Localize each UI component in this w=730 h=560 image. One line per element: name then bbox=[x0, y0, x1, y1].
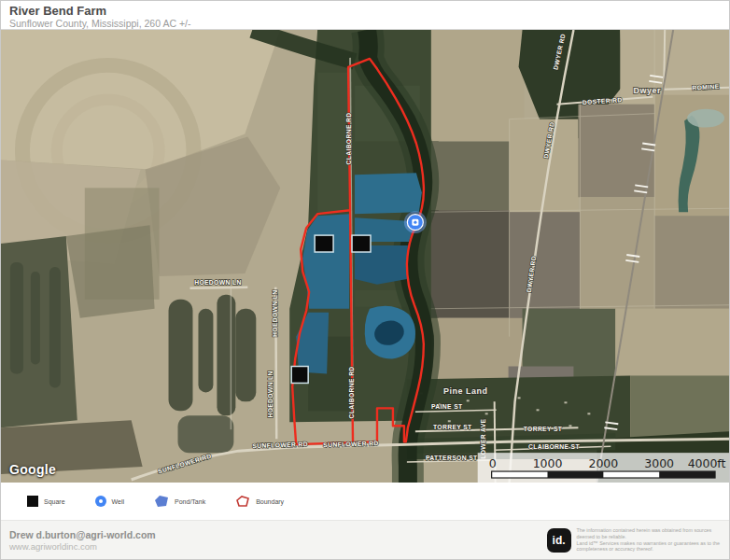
google-logo[interactable]: Google bbox=[9, 462, 56, 477]
legend-item-square: Square bbox=[27, 496, 65, 507]
page-title: River Bend Farm bbox=[9, 4, 729, 18]
attribution-text: The information contained herein was obt… bbox=[577, 527, 720, 552]
legend-item-pond: Pond/Tank bbox=[154, 496, 205, 508]
scale-tick: 1000 bbox=[533, 456, 563, 470]
header: River Bend Farm Sunflower County, Missis… bbox=[1, 1, 729, 29]
land-id-logo: id. bbox=[547, 528, 571, 553]
legend-item-well: Well bbox=[95, 496, 124, 507]
scale-bar: 0 1000 2000 3000 4000ft bbox=[478, 453, 729, 483]
black-square-icon bbox=[27, 496, 38, 507]
road-label: CLAIBORNE ST bbox=[528, 443, 580, 450]
scale-tick: 3000 bbox=[644, 456, 674, 470]
page-subtitle: Sunflower County, Mississippi, 260 AC +/… bbox=[9, 18, 729, 29]
road-label: HOEDOWN LN bbox=[267, 371, 274, 417]
well-circle-icon bbox=[95, 496, 106, 507]
attribution: id. The information contained herein was… bbox=[547, 527, 720, 552]
road-label: PATTERSON ST bbox=[426, 455, 478, 461]
contact-block: Drew d.burton@agri-world.com www.agriwor… bbox=[9, 529, 156, 552]
website-url: www.agriworldinc.com bbox=[9, 541, 156, 552]
footer: Drew d.burton@agri-world.com www.agriwor… bbox=[1, 520, 729, 559]
attribution-line: Land id™ Services makes no warranties or… bbox=[577, 540, 720, 547]
well-marker-icon[interactable] bbox=[404, 211, 427, 233]
legend-label: Well bbox=[112, 498, 124, 505]
scale-tick: 4000ft bbox=[688, 456, 726, 470]
legend-item-boundary: Boundary bbox=[235, 496, 284, 508]
scale-tick: 2000 bbox=[589, 456, 619, 470]
legend-label: Boundary bbox=[256, 498, 284, 505]
satellite-map[interactable]: HOEDOWN LN HOEDOWN LN HOEDOWN LN CLAIBOR… bbox=[1, 29, 729, 483]
road-label: HOEDOWN LN bbox=[194, 279, 242, 286]
road-label: TORREY ST bbox=[433, 424, 472, 430]
map-canvas[interactable]: HOEDOWN LN HOEDOWN LN HOEDOWN LN CLAIBOR… bbox=[1, 30, 729, 483]
town-label: Dwyer bbox=[634, 86, 661, 95]
legend-label: Square bbox=[44, 498, 65, 505]
road-label: TORREY ST bbox=[524, 426, 563, 432]
road-label: CLAIBORNE RD bbox=[345, 113, 352, 165]
scale-tick: 0 bbox=[489, 456, 497, 470]
boundary-outline-icon bbox=[235, 496, 250, 508]
pond-polygon-icon bbox=[154, 496, 169, 508]
contact-email: Drew d.burton@agri-world.com bbox=[9, 529, 156, 541]
map-export-page: River Bend Farm Sunflower County, Missis… bbox=[0, 0, 730, 560]
legend: Square Well Pond/Tank Boundary bbox=[1, 483, 729, 520]
attribution-line: completeness or accuracy thereof. bbox=[577, 546, 720, 553]
road-label: CLAIBORNE RD bbox=[348, 366, 355, 418]
town-label: Pine Land bbox=[443, 386, 487, 396]
road-label: PAINE ST bbox=[431, 403, 463, 410]
attribution-line: The information contained herein was obt… bbox=[577, 527, 720, 534]
attribution-line: deemed to be reliable. bbox=[577, 534, 720, 540]
road-label: HOEDOWN LN bbox=[272, 290, 278, 337]
legend-label: Pond/Tank bbox=[175, 498, 205, 505]
